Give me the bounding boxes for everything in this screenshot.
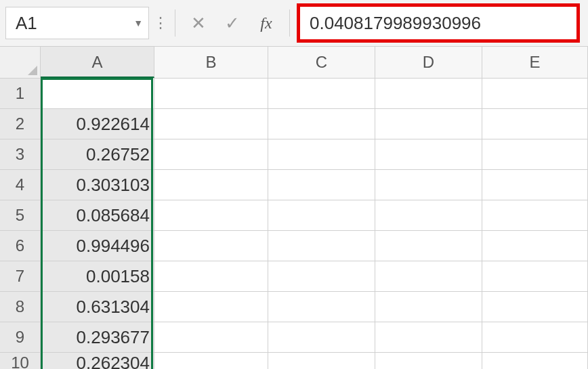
- cell-A3[interactable]: 0.26752: [41, 139, 154, 169]
- cell-E1[interactable]: [482, 79, 588, 108]
- row-header[interactable]: 1: [0, 79, 41, 108]
- cell-E2[interactable]: [482, 109, 588, 139]
- cell-A7[interactable]: 0.00158: [41, 261, 154, 291]
- caret-down-icon[interactable]: ▼: [133, 18, 143, 28]
- column-header-B[interactable]: B: [154, 47, 268, 78]
- cell-C9[interactable]: [268, 322, 375, 352]
- cell-B6[interactable]: [154, 231, 268, 261]
- cell-C1[interactable]: [268, 79, 375, 108]
- table-row: 8 0.631304: [0, 292, 588, 322]
- cell-C6[interactable]: [268, 231, 375, 261]
- column-header-E[interactable]: E: [482, 47, 588, 78]
- cell-E6[interactable]: [482, 231, 588, 261]
- cell-A9[interactable]: 0.293677: [41, 322, 154, 352]
- table-row: 6 0.994496: [0, 231, 588, 261]
- cell-B10[interactable]: [154, 353, 268, 369]
- row-header[interactable]: 9: [0, 322, 41, 352]
- table-row: 4 0.303103: [0, 170, 588, 200]
- cell-A4[interactable]: 0.303103: [41, 170, 154, 200]
- cancel-icon[interactable]: ✕: [189, 14, 208, 32]
- cell-B9[interactable]: [154, 322, 268, 352]
- cell-E8[interactable]: [482, 292, 588, 322]
- table-row: 3 0.26752: [0, 139, 588, 170]
- cell-D3[interactable]: [375, 139, 482, 169]
- cell-D2[interactable]: [375, 109, 482, 139]
- row-header[interactable]: 4: [0, 170, 41, 200]
- name-box[interactable]: ▼: [5, 7, 149, 39]
- divider: [175, 9, 175, 37]
- cell-A5[interactable]: 0.085684: [41, 200, 154, 230]
- cell-D8[interactable]: [375, 292, 482, 322]
- cell-C8[interactable]: [268, 292, 375, 322]
- cell-A10[interactable]: 0.262304: [41, 353, 154, 369]
- cell-B1[interactable]: [154, 79, 268, 108]
- cell-B3[interactable]: [154, 139, 268, 169]
- row-header[interactable]: 5: [0, 200, 41, 230]
- table-row: 9 0.293677: [0, 322, 588, 353]
- cell-B2[interactable]: [154, 109, 268, 139]
- cell-D1[interactable]: [375, 79, 482, 108]
- row-header[interactable]: 2: [0, 109, 41, 139]
- cell-B4[interactable]: [154, 170, 268, 200]
- cell-D6[interactable]: [375, 231, 482, 261]
- cell-D4[interactable]: [375, 170, 482, 200]
- row-header[interactable]: 8: [0, 292, 41, 322]
- cell-D10[interactable]: [375, 353, 482, 369]
- cell-D7[interactable]: [375, 261, 482, 291]
- table-row: 10 0.262304: [0, 353, 588, 369]
- cell-D9[interactable]: [375, 322, 482, 352]
- active-cell-overlay: [41, 78, 153, 108]
- formula-value[interactable]: 0.0408179989930996: [310, 13, 481, 34]
- divider: [289, 9, 290, 37]
- cell-D5[interactable]: [375, 200, 482, 230]
- row-header[interactable]: 7: [0, 261, 41, 291]
- cell-A2[interactable]: 0.922614: [41, 109, 154, 139]
- column-header-A[interactable]: A: [41, 47, 154, 78]
- column-header-C[interactable]: C: [268, 47, 375, 78]
- table-row: 7 0.00158: [0, 261, 588, 292]
- fx-icon[interactable]: fx: [257, 15, 276, 31]
- cell-C4[interactable]: [268, 170, 375, 200]
- cell-E9[interactable]: [482, 322, 588, 352]
- cell-B7[interactable]: [154, 261, 268, 291]
- cell-E10[interactable]: [482, 353, 588, 369]
- select-all-corner[interactable]: [0, 47, 41, 78]
- cell-C3[interactable]: [268, 139, 375, 169]
- formula-bar: ▼ ⋮ ✕ ✓ fx 0.0408179989930996: [0, 0, 588, 47]
- row-header[interactable]: 3: [0, 139, 41, 169]
- cell-E3[interactable]: [482, 139, 588, 169]
- cell-E7[interactable]: [482, 261, 588, 291]
- row-header[interactable]: 10: [0, 353, 41, 369]
- formula-value-highlight: 0.0408179989930996: [297, 3, 580, 43]
- cell-B5[interactable]: [154, 200, 268, 230]
- table-row: 5 0.085684: [0, 200, 588, 231]
- more-icon[interactable]: ⋮: [153, 14, 167, 32]
- cell-C5[interactable]: [268, 200, 375, 230]
- cell-C7[interactable]: [268, 261, 375, 291]
- table-row: 2 0.922614: [0, 109, 588, 139]
- cell-B8[interactable]: [154, 292, 268, 322]
- column-header-D[interactable]: D: [375, 47, 482, 78]
- cell-A8[interactable]: 0.631304: [41, 292, 154, 322]
- spreadsheet-grid: A B C D E 1 0.040818 2 0.922614 3 0.2675…: [0, 47, 588, 369]
- cell-E5[interactable]: [482, 200, 588, 230]
- cell-C10[interactable]: [268, 353, 375, 369]
- formula-bar-buttons: ✕ ✓ fx: [189, 14, 276, 32]
- row-header[interactable]: 6: [0, 231, 41, 261]
- cell-A6[interactable]: 0.994496: [41, 231, 154, 261]
- name-box-input[interactable]: [14, 12, 98, 35]
- cell-C2[interactable]: [268, 109, 375, 139]
- enter-icon[interactable]: ✓: [223, 14, 242, 32]
- cell-E4[interactable]: [482, 170, 588, 200]
- column-header-row: A B C D E: [0, 47, 588, 79]
